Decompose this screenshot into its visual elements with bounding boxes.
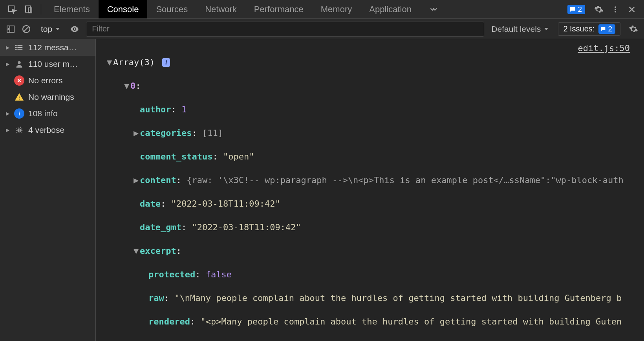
tab-elements[interactable]: Elements [45, 0, 99, 18]
list-icon [14, 42, 24, 53]
expand-arrow-icon: ▶ [5, 61, 10, 67]
svg-rect-19 [19, 113, 20, 116]
val-date: "2022-03-18T11:09:42" [171, 199, 280, 209]
tabs-overflow-icon[interactable] [420, 0, 446, 18]
svg-point-16 [16, 50, 16, 50]
sidebar-item-warnings[interactable]: ▶ No warnings [0, 89, 95, 105]
tab-performance[interactable]: Performance [245, 0, 312, 18]
context-selector[interactable]: top [38, 24, 63, 34]
sidebar-item-label: 110 user m… [28, 59, 78, 69]
tab-memory[interactable]: Memory [312, 0, 360, 18]
close-icon[interactable] [625, 3, 639, 16]
svg-point-17 [18, 61, 20, 64]
val-excerpt-rendered: "<p>Many people complain about the hurdl… [200, 317, 622, 326]
tab-sources[interactable]: Sources [147, 0, 196, 18]
panel-tabs: Elements Console Sources Network Perform… [45, 0, 446, 18]
svg-point-4 [615, 9, 616, 10]
console-toolbar: top Default levels 2 Issues: 2 [0, 19, 644, 39]
expand-arrow-icon: ▶ [5, 45, 10, 50]
console-settings-icon[interactable] [627, 22, 640, 36]
info-icon [14, 108, 24, 119]
val-excerpt-protected: false [206, 270, 232, 279]
console-sidebar: ▶ 112 messa… ▶ 110 user m… ▶ No errors ▶ [0, 39, 96, 341]
key-index-0[interactable]: 0 [130, 81, 135, 91]
issues-badge: 2 [598, 24, 615, 34]
log-levels-selector[interactable]: Default levels [487, 24, 553, 34]
settings-icon[interactable] [592, 3, 606, 16]
bug-icon [14, 125, 24, 135]
expand-arrow-icon: ▶ [5, 127, 10, 133]
user-icon [14, 59, 24, 69]
val-author: 1 [181, 104, 187, 114]
val-content[interactable]: {raw: '\x3C!-- wp:paragraph -->\n<p>This… [187, 175, 624, 185]
svg-point-10 [74, 28, 75, 29]
val-date-gmt: "2022-03-18T11:09:42" [192, 222, 301, 232]
context-label: top [41, 24, 52, 34]
sidebar-item-all-messages[interactable]: ▶ 112 messa… [0, 39, 95, 56]
svg-point-18 [19, 112, 20, 112]
sidebar-item-label: 112 messa… [28, 43, 77, 52]
kebab-menu-icon[interactable] [609, 3, 622, 16]
sidebar-item-errors[interactable]: ▶ No errors [0, 72, 95, 89]
filter-input[interactable] [86, 22, 484, 37]
svg-point-14 [16, 45, 16, 46]
tab-network[interactable]: Network [196, 0, 245, 18]
sidebar-item-label: No errors [28, 76, 63, 85]
svg-point-5 [615, 11, 616, 13]
sidebar-item-verbose[interactable]: ▶ 4 verbose [0, 122, 95, 138]
source-link[interactable]: edit.js:50 [578, 42, 630, 54]
live-expression-icon[interactable] [68, 22, 81, 36]
inspect-icon[interactable] [5, 3, 19, 16]
val-comment-status: "open" [223, 152, 254, 161]
issues-count: 2 [608, 25, 612, 33]
sidebar-item-label: 4 verbose [28, 125, 64, 135]
sidebar-toggle-icon[interactable] [4, 22, 17, 36]
devtools-topbar: Elements Console Sources Network Perform… [0, 0, 644, 19]
sidebar-item-label: 108 info [28, 109, 58, 118]
val-categories[interactable]: [11] [202, 128, 223, 138]
tab-console[interactable]: Console [99, 0, 148, 18]
sidebar-item-label: No warnings [28, 92, 74, 102]
main-area: ▶ 112 messa… ▶ 110 user m… ▶ No errors ▶ [0, 39, 644, 341]
clear-console-icon[interactable] [20, 22, 33, 36]
error-icon [14, 75, 24, 86]
issues-pill[interactable]: 2 Issues: 2 [558, 22, 620, 36]
device-toggle-icon[interactable] [22, 3, 35, 16]
tab-application[interactable]: Application [360, 0, 420, 18]
logged-object[interactable]: ▼Array(3) i ▼0: author: 1 ▶categories: [… [96, 39, 644, 341]
chevron-down-icon [55, 27, 60, 31]
levels-label: Default levels [491, 24, 541, 34]
sidebar-item-user-messages[interactable]: ▶ 110 user m… [0, 56, 95, 72]
issues-label: 2 Issues: [563, 24, 595, 33]
svg-point-3 [615, 6, 616, 8]
messages-badge-count: 2 [578, 5, 582, 14]
array-header[interactable]: Array(3) [113, 57, 155, 67]
sidebar-item-info[interactable]: ▶ 108 info [0, 105, 95, 122]
chevron-down-icon [544, 27, 549, 31]
svg-point-15 [16, 47, 16, 48]
console-output[interactable]: edit.js:50 ▼Array(3) i ▼0: author: 1 ▶ca… [96, 39, 644, 341]
val-excerpt-raw: "\nMany people complain about the hurdle… [174, 293, 622, 303]
svg-line-9 [24, 27, 29, 31]
info-chip-icon[interactable]: i [162, 58, 170, 67]
divider [41, 4, 41, 15]
expand-arrow-icon: ▶ [5, 111, 10, 116]
warning-icon [14, 92, 24, 102]
messages-badge[interactable]: 2 [567, 5, 585, 14]
